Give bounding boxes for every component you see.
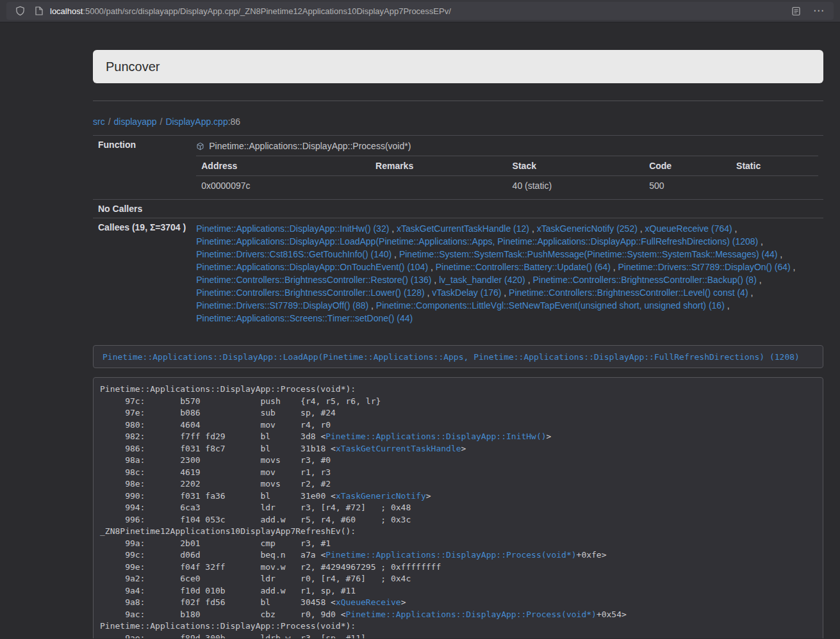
callee-link[interactable]: Pinetime::Controllers::Battery::Update()… bbox=[436, 262, 611, 272]
callee-separator: , bbox=[501, 287, 509, 298]
site-identity-page-icon[interactable] bbox=[32, 4, 46, 18]
code-text: Pinetime::Applications::DisplayApp::Proc… bbox=[100, 384, 356, 394]
callee-link[interactable]: Pinetime::Drivers::St7789::DisplayOn() (… bbox=[618, 262, 791, 272]
panel-heading-symbol-link[interactable]: Pinetime::Applications::DisplayApp::Load… bbox=[103, 352, 800, 362]
function-name: Pinetime::Applications::DisplayApp::Proc… bbox=[209, 140, 411, 152]
function-cube-icon bbox=[196, 142, 204, 150]
url-bar[interactable]: localhost:5000/path/src/displayapp/Displ… bbox=[6, 2, 834, 20]
callee-separator: , bbox=[757, 275, 762, 285]
cell-stack: 40 (static) bbox=[507, 176, 645, 196]
no-callers-cell bbox=[191, 200, 823, 218]
code-symbol-link[interactable]: xTaskGenericNotify bbox=[336, 491, 426, 501]
code-text: 97e: b086 sub sp, #24 bbox=[100, 408, 336, 417]
breadcrumb-link-src[interactable]: src bbox=[93, 117, 105, 127]
reader-mode-icon[interactable] bbox=[789, 4, 803, 18]
code-text: 98c: 4619 mov r1, r3 bbox=[100, 467, 331, 477]
code-text: 990: f031 fa36 bl 31e00 < bbox=[100, 491, 336, 501]
breadcrumb-link-file[interactable]: DisplayApp.cpp bbox=[165, 117, 227, 127]
callees-label: Callees (19, Σ=3704 ) bbox=[93, 218, 191, 329]
code-text: > bbox=[401, 597, 406, 607]
callee-separator: , bbox=[777, 249, 782, 259]
callee-separator: , bbox=[431, 275, 439, 285]
callee-link[interactable]: Pinetime::Applications::DisplayApp::OnTo… bbox=[196, 262, 428, 272]
callee-link[interactable]: Pinetime::Controllers::BrightnessControl… bbox=[509, 287, 748, 298]
callee-link[interactable]: vTaskDelay (176) bbox=[432, 287, 501, 298]
no-callers-label: No Callers bbox=[93, 200, 191, 218]
column-header-stack: Stack bbox=[507, 156, 645, 176]
main-container: Puncover src/displayapp/DisplayApp.cpp:8… bbox=[93, 22, 823, 638]
callee-separator: , bbox=[638, 223, 645, 234]
page-title: Puncover bbox=[106, 60, 811, 74]
callee-separator: , bbox=[391, 249, 399, 259]
callee-link[interactable]: xTaskGetCurrentTaskHandle (12) bbox=[397, 223, 529, 234]
callee-link[interactable]: Pinetime::Controllers::BrightnessControl… bbox=[532, 275, 756, 285]
callee-separator: , bbox=[368, 300, 376, 311]
callee-separator: , bbox=[791, 262, 796, 272]
callee-separator: , bbox=[525, 275, 533, 285]
stats-value-row: 0x0000097c 40 (static) 500 bbox=[196, 176, 818, 196]
code-text: 98a: 2300 movs r3, #0 bbox=[100, 455, 331, 465]
code-text: 99a: 2b01 cmp r3, #1 bbox=[100, 538, 331, 548]
function-cell: Pinetime::Applications::DisplayApp::Proc… bbox=[191, 136, 823, 200]
callee-link[interactable]: xTaskGenericNotify (252) bbox=[537, 223, 638, 234]
code-text: +0x54> bbox=[597, 610, 627, 619]
code-text: 986: f031 f8c7 bl 31b18 < bbox=[100, 444, 336, 453]
code-text: 9ae: f89d 300b ldrb.w r3, [sp, #11] bbox=[100, 633, 366, 639]
url-path: :5000/path/src/displayapp/DisplayApp.cpp… bbox=[83, 6, 451, 16]
callee-link[interactable]: Pinetime::Applications::DisplayApp::Load… bbox=[196, 236, 758, 247]
callee-link[interactable]: lv_task_handler (420) bbox=[439, 275, 525, 285]
divider bbox=[93, 101, 823, 101]
callee-link[interactable]: Pinetime::Drivers::Cst816S::GetTouchInfo… bbox=[196, 249, 391, 259]
function-row-label: Function bbox=[93, 136, 191, 200]
callee-separator: , bbox=[529, 223, 537, 234]
app-header-panel: Puncover bbox=[93, 50, 823, 83]
cell-code: 500 bbox=[644, 176, 731, 196]
column-header-remarks: Remarks bbox=[370, 156, 507, 176]
callee-link[interactable]: Pinetime::Applications::DisplayApp::Init… bbox=[196, 223, 389, 234]
callee-separator: , bbox=[428, 262, 436, 272]
code-text: > bbox=[461, 444, 466, 453]
callee-separator: , bbox=[611, 262, 618, 272]
code-symbol-link[interactable]: Pinetime::Applications::DisplayApp::Proc… bbox=[325, 550, 576, 560]
callee-link[interactable]: Pinetime::Drivers::St7789::DisplayOff() … bbox=[196, 300, 368, 311]
code-text: _ZN8Pinetime12Applications10DisplayApp7R… bbox=[100, 526, 356, 536]
callee-link[interactable]: Pinetime::Controllers::BrightnessControl… bbox=[196, 275, 431, 285]
callee-link[interactable]: Pinetime::Controllers::BrightnessControl… bbox=[196, 287, 424, 298]
callee-separator: , bbox=[758, 236, 763, 247]
code-symbol-link[interactable]: Pinetime::Applications::DisplayApp::Proc… bbox=[346, 610, 597, 619]
table-row-function: Function Pinetime::Applications::Display… bbox=[93, 136, 823, 200]
callee-link[interactable]: Pinetime::Components::LittleVgl::SetNewT… bbox=[376, 300, 725, 311]
code-text: > bbox=[547, 432, 552, 441]
cell-static bbox=[731, 176, 818, 196]
function-line: Pinetime::Applications::DisplayApp::Proc… bbox=[196, 140, 818, 152]
code-symbol-link[interactable]: xQueueReceive bbox=[336, 597, 401, 607]
url-text[interactable]: localhost:5000/path/src/displayapp/Displ… bbox=[50, 6, 789, 16]
callee-link[interactable]: xQueueReceive (764) bbox=[645, 223, 732, 234]
code-text: 9ac: b180 cbz r0, 9d0 < bbox=[100, 610, 346, 619]
column-header-address: Address bbox=[196, 156, 370, 176]
function-stats-table: Address Remarks Stack Code Static 0x0000… bbox=[196, 156, 818, 195]
breadcrumb-link-displayapp[interactable]: displayapp bbox=[114, 117, 157, 127]
callee-link[interactable]: Pinetime::System::SystemTask::PushMessag… bbox=[399, 249, 778, 259]
callee-separator: , bbox=[748, 287, 754, 298]
callees-cell: Pinetime::Applications::DisplayApp::Init… bbox=[191, 218, 823, 329]
page-actions-menu-icon[interactable]: ⋯ bbox=[811, 2, 827, 20]
column-header-code: Code bbox=[644, 156, 731, 176]
table-row-no-callers: No Callers bbox=[93, 200, 823, 218]
column-header-static: Static bbox=[731, 156, 818, 176]
cell-address: 0x0000097c bbox=[196, 176, 370, 196]
code-text: 99e: f04f 32ff mov.w r2, #4294967295 ; 0… bbox=[100, 562, 441, 572]
function-info-table: Function Pinetime::Applications::Display… bbox=[93, 135, 823, 328]
breadcrumb: src/displayapp/DisplayApp.cpp:86 bbox=[93, 115, 823, 128]
code-symbol-link[interactable]: Pinetime::Applications::DisplayApp::Init… bbox=[325, 432, 546, 441]
stats-header-row: Address Remarks Stack Code Static bbox=[196, 156, 818, 176]
code-text: 97c: b570 push {r4, r5, r6, lr} bbox=[100, 396, 381, 406]
code-symbol-link[interactable]: xTaskGetCurrentTaskHandle bbox=[336, 444, 461, 453]
tracking-protection-shield-icon[interactable] bbox=[13, 4, 27, 18]
callee-link[interactable]: Pinetime::Applications::Screens::Timer::… bbox=[196, 313, 413, 323]
breadcrumb-separator: / bbox=[160, 117, 163, 127]
cell-remarks bbox=[370, 176, 507, 196]
callee-separator: , bbox=[425, 287, 432, 298]
symbol-panel: Pinetime::Applications::DisplayApp::Load… bbox=[93, 345, 823, 368]
disassembly-code: Pinetime::Applications::DisplayApp::Proc… bbox=[93, 377, 823, 638]
